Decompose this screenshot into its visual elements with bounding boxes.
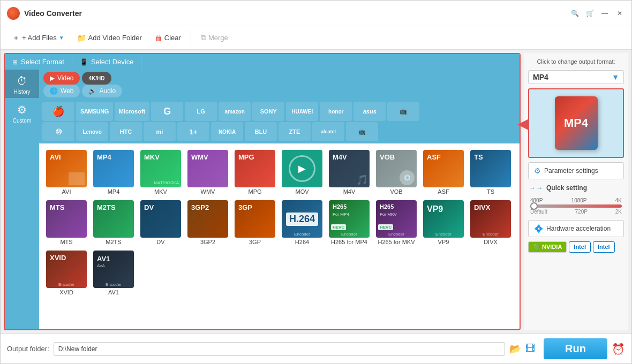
sidebar-item-custom[interactable]: ⚙ Custom (5, 98, 39, 127)
add-files-button[interactable]: ＋ + Add Files ▼ (7, 30, 70, 46)
device-huawei[interactable]: HUAWEI (286, 102, 318, 121)
hardware-acceleration-button[interactable]: 💠 Hardware acceleration (528, 220, 624, 237)
output-format-name: MP4 (533, 73, 548, 81)
format-mts[interactable]: MTS MTS (43, 198, 89, 247)
browse-folder-button[interactable]: 📂 (509, 343, 521, 355)
format-panel: ⊞ Select Format 📱 Select Device ⏱ Histor… (4, 53, 521, 330)
format-3gp2[interactable]: 3GP2 3GP2 (185, 198, 231, 247)
bottom-bar: Output folder: 📂 🎞 Run ⏰ (1, 333, 631, 363)
format-vob[interactable]: VOB 💿 VOB (373, 148, 419, 197)
device-tv2[interactable]: 📺 (346, 122, 378, 141)
select-format-tab[interactable]: ⊞ Select Format (5, 54, 72, 70)
folder-icon: 📁 (77, 34, 86, 42)
nvidia-icon: 🟢 (533, 244, 540, 250)
format-xvid[interactable]: XVID Encoder XVID (43, 248, 89, 298)
format-3gp[interactable]: 3GP 3GP (232, 198, 278, 247)
settings-icon: ⚙ (534, 166, 541, 175)
nvidia-badge[interactable]: 🟢 NVIDIA (528, 241, 567, 253)
dropdown-arrow-icon[interactable]: ▼ (59, 35, 64, 41)
device-lenovo[interactable]: Lenovo (76, 122, 108, 141)
run-button[interactable]: Run (544, 338, 607, 359)
device-logo-row2: Ⓜ Lenovo HTC mi 1+ NOKIA BLU ZTE alcatel… (42, 122, 516, 141)
format-wmv[interactable]: WMV WMV (185, 148, 231, 197)
format-mp4[interactable]: MP4 MP4 (91, 148, 137, 197)
add-video-folder-button[interactable]: 📁 Add Video Folder (72, 31, 147, 46)
format-av1[interactable]: AV1 AVA Encoder AV1 (91, 248, 137, 298)
format-mpg[interactable]: MPG MPG (232, 148, 278, 197)
merge-button[interactable]: ⧉ Merge (195, 30, 234, 46)
format-h264[interactable]: H.264 Encoder H264 (279, 198, 325, 247)
film-button[interactable]: 🎞 (525, 343, 535, 354)
device-amazon[interactable]: amazon (219, 102, 251, 121)
device-sony[interactable]: SONY (252, 102, 284, 121)
left-nav: ⏱ History ⚙ Custom (5, 70, 39, 329)
output-format-selector[interactable]: MP4 ▼ (528, 70, 624, 84)
device-mi[interactable]: mi (144, 122, 176, 141)
web-icon: 🌐 (50, 87, 58, 95)
hw-accel-icon: 💠 (534, 224, 543, 233)
quality-slider-track[interactable] (530, 204, 622, 208)
device-google[interactable]: G (151, 102, 183, 121)
device-tv1[interactable]: 📺 (387, 102, 419, 121)
sidebar-item-history[interactable]: ⏱ History (5, 70, 39, 98)
output-preview: ◀ MP4 (528, 88, 624, 158)
device-microsoft[interactable]: Microsoft (115, 102, 150, 121)
right-panel: Click to change output format: MP4 ▼ ◀ M… (524, 53, 628, 330)
video-format-btn[interactable]: ▶ Video (43, 72, 80, 85)
search-icon[interactable]: 🔍 (569, 8, 580, 19)
device-icon: 📱 (80, 58, 88, 66)
custom-icon: ⚙ (17, 103, 27, 116)
panel-top-nav: ⊞ Select Format 📱 Select Device (5, 54, 520, 70)
device-apple[interactable]: 🍎 (42, 102, 74, 121)
select-device-tab[interactable]: 📱 Select Device (72, 54, 141, 70)
output-folder-label: Output folder: (7, 345, 49, 353)
close-button[interactable]: ✕ (614, 8, 625, 19)
quick-setting-label: →→ Quick setting (528, 184, 624, 192)
cart-icon[interactable]: 🛒 (584, 8, 595, 19)
intel-badge2[interactable]: Intel (593, 241, 615, 253)
format-mov[interactable]: ▶ MOV (279, 148, 325, 197)
arrow-indicator: ◀ (517, 115, 529, 132)
device-logo-row1: 🍎 SAMSUNG Microsoft G LG amazon SONY HUA… (42, 102, 516, 121)
format-mkv[interactable]: MKV MATRIOSKA MKV (138, 148, 184, 197)
format-asf[interactable]: ASF ASF (420, 148, 467, 197)
plus-icon: ＋ (12, 33, 20, 43)
format-divx[interactable]: DIVX Encoder DIVX (468, 198, 514, 247)
quality-slider-area: 480P 1080P 4K Default 720P 2K (528, 196, 624, 216)
device-zte[interactable]: ZTE (279, 122, 311, 141)
device-oneplus[interactable]: 1+ (177, 122, 209, 141)
format-icon: ⊞ (12, 58, 18, 66)
format-type-row2: 🌐 Web 🔊 Audio (39, 85, 520, 100)
device-motorola[interactable]: Ⓜ (42, 122, 74, 141)
device-alcatel[interactable]: alcatel (312, 122, 344, 141)
format-vp9[interactable]: VP9 Encoder VP9 (420, 198, 467, 247)
device-htc[interactable]: HTC (110, 122, 142, 141)
output-path-input[interactable] (54, 342, 505, 356)
audio-format-btn[interactable]: 🔊 Audio (82, 85, 122, 97)
device-asus[interactable]: asus (353, 102, 386, 121)
format-dropdown-arrow[interactable]: ▼ (612, 73, 619, 81)
device-honor[interactable]: honor (320, 102, 352, 121)
audio-icon: 🔊 (88, 87, 96, 95)
web-format-btn[interactable]: 🌐 Web (43, 85, 80, 97)
toolbar-separator (191, 31, 191, 46)
device-blu[interactable]: BLU (245, 122, 277, 141)
app-icon (7, 7, 20, 20)
4khd-format-btn[interactable]: 4K/HD (82, 72, 111, 85)
format-m2ts[interactable]: M2TS M2TS (91, 198, 137, 247)
device-lg[interactable]: LG (185, 102, 217, 121)
minimize-button[interactable]: — (599, 8, 610, 19)
format-ts[interactable]: TS TS (468, 148, 514, 197)
device-samsung[interactable]: SAMSUNG (76, 102, 113, 121)
device-nokia[interactable]: NOKIA (211, 122, 243, 141)
format-h265mkv[interactable]: H265 For MKV HEVC Encoder H265 for MKV (373, 198, 419, 247)
format-h265mp4[interactable]: H265 For MP4 HEVC Encoder H265 for MP4 (326, 198, 372, 247)
alarm-button[interactable]: ⏰ (612, 343, 625, 355)
format-dv[interactable]: DV DV (138, 198, 184, 247)
format-m4v[interactable]: M4V 🎵 M4V (326, 148, 372, 197)
clear-button[interactable]: 🗑 Clear (149, 31, 186, 46)
intel-badge1[interactable]: Intel (569, 241, 591, 253)
format-avi[interactable]: AVI AVI (43, 148, 89, 197)
quality-slider-thumb[interactable] (530, 202, 538, 210)
parameter-settings-button[interactable]: ⚙ Parameter settings (528, 162, 624, 179)
